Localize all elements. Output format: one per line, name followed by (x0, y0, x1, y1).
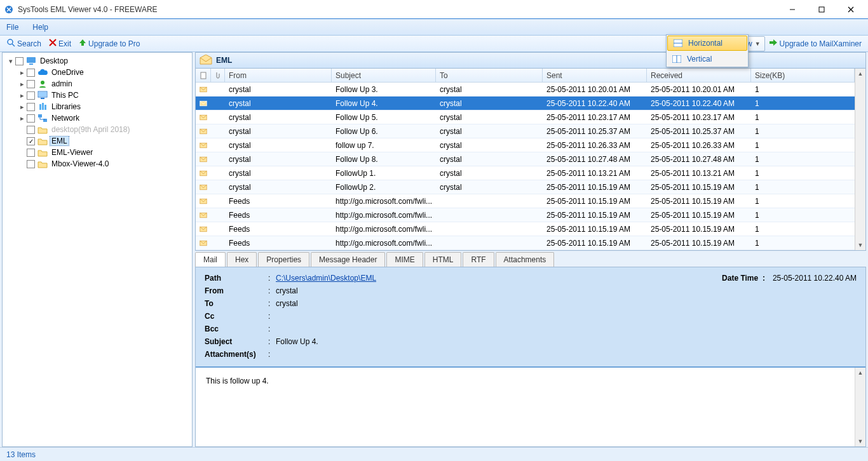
switch-vertical-item[interactable]: Vertical (667, 51, 748, 67)
scroll-down-icon[interactable]: ▼ (855, 436, 865, 446)
search-button[interactable]: Search (3, 36, 45, 51)
checkbox[interactable] (27, 149, 35, 157)
tab-html[interactable]: HTML (424, 252, 462, 267)
tab-attachments[interactable]: Attachments (496, 252, 555, 267)
tab-properties[interactable]: Properties (258, 252, 309, 267)
table-row[interactable]: Feedshttp://go.microsoft.com/fwli...25-0… (196, 194, 855, 208)
checkbox[interactable] (27, 91, 35, 100)
cell-size: 1 (751, 183, 855, 192)
label-bcc: Bcc (205, 324, 268, 333)
checkbox[interactable] (27, 160, 35, 168)
grid-body[interactable]: crystalFollow Up 3.crystal25-05-2011 10.… (196, 83, 855, 250)
table-row[interactable]: crystalFollow Up 8.crystal25-05-2011 10.… (196, 152, 855, 166)
expander-icon[interactable]: ▸ (18, 114, 27, 123)
switch-horizontal-label: Horizontal (687, 39, 724, 48)
col-received[interactable]: Received (647, 69, 751, 82)
checkbox[interactable] (15, 57, 24, 65)
tree-node-mbox[interactable]: Mbox-Viewer-4.0 (3, 158, 192, 170)
titlebar: SysTools EML Viewer v4.0 - FREEWARE (0, 0, 868, 19)
table-row[interactable]: crystalFollow Up 4.crystal25-05-2011 10.… (196, 97, 855, 110)
cell-from: crystal (225, 127, 332, 136)
grid-scrollbar[interactable]: ▲ ▼ (855, 69, 865, 250)
preview-body[interactable]: This is follow up 4. ▲ ▼ (196, 368, 865, 446)
cell-sent: 25-05-2011 10.15.19 AM (543, 211, 647, 220)
col-subject[interactable]: Subject (332, 69, 436, 82)
col-size[interactable]: Size(KB) (751, 69, 855, 82)
cell-to: crystal (436, 85, 543, 94)
exit-button[interactable]: Exit (45, 36, 75, 51)
preview-pane: Path : C:\Users\admin\Desktop\EML Date T… (195, 267, 866, 447)
table-row[interactable]: Feedshttp://go.microsoft.com/fwli...25-0… (196, 208, 855, 222)
expander-icon[interactable]: ▾ (6, 57, 15, 65)
tab-rtf[interactable]: RTF (463, 252, 494, 267)
folder-tree[interactable]: ▾ Desktop ▸ OneDrive ▸ admin ▸ (3, 53, 192, 446)
search-icon (6, 38, 15, 49)
tab-hex[interactable]: Hex (227, 252, 257, 267)
table-row[interactable]: crystalfollow up 7.crystal25-05-2011 10.… (196, 138, 855, 152)
checkbox-checked[interactable]: ✓ (27, 137, 35, 145)
preview-path-link[interactable]: C:\Users\admin\Desktop\EML (276, 274, 376, 283)
upgrade-pro-button[interactable]: Upgrade to Pro (75, 36, 144, 51)
tree-node-onedrive[interactable]: ▸ OneDrive (3, 67, 192, 78)
close-button[interactable] (836, 0, 865, 19)
minimize-button[interactable] (778, 0, 807, 19)
cell-size: 1 (751, 169, 855, 178)
arrow-right-green-icon (769, 39, 778, 48)
scroll-down-icon[interactable]: ▼ (855, 240, 865, 250)
tab-mime[interactable]: MIME (386, 252, 423, 267)
expander-icon[interactable]: ▸ (18, 80, 27, 88)
tree-node-admin[interactable]: ▸ admin (3, 78, 192, 90)
checkbox[interactable] (27, 80, 35, 88)
table-row[interactable]: crystalFollowUp 1.crystal25-05-2011 10.1… (196, 166, 855, 180)
svg-rect-15 (39, 92, 46, 97)
tab-message-header[interactable]: Message Header (311, 252, 385, 267)
cell-received: 25-05-2011 10.20.01 AM (647, 85, 751, 94)
expander-icon[interactable]: ▸ (18, 103, 27, 111)
col-to[interactable]: To (436, 69, 543, 82)
cell-to: crystal (436, 169, 543, 178)
col-from[interactable]: From (225, 69, 332, 82)
tree-node-desktop[interactable]: ▾ Desktop (3, 55, 192, 67)
mail-grid: From Subject To Sent Received Size(KB) c… (195, 69, 866, 251)
maximize-button[interactable] (807, 0, 836, 19)
switch-horizontal-item[interactable]: Horizontal (667, 36, 747, 51)
checkbox[interactable] (27, 114, 35, 123)
tree-node-network[interactable]: ▸ Network (3, 112, 192, 124)
tree-node-desktop-dated[interactable]: desktop(9th April 2018) (3, 124, 192, 135)
tree-node-eml[interactable]: ✓ EML (3, 135, 192, 147)
checkbox[interactable] (27, 69, 35, 77)
envelope-icon (200, 225, 207, 233)
expander-icon[interactable]: ▸ (18, 69, 27, 77)
checkbox[interactable] (27, 126, 35, 134)
tree-node-emlviewer[interactable]: EML-Viewer (3, 147, 192, 158)
envelope-icon (200, 239, 207, 247)
tree-node-libraries[interactable]: ▸ Libraries (3, 101, 192, 112)
col-sent[interactable]: Sent (543, 69, 647, 82)
checkbox[interactable] (27, 103, 35, 111)
col-attach[interactable] (211, 69, 225, 82)
cell-from: Feeds (225, 211, 332, 220)
expander-icon[interactable]: ▸ (18, 91, 27, 100)
table-row[interactable]: Feedshttp://go.microsoft.com/fwli...25-0… (196, 222, 855, 236)
tab-mail[interactable]: Mail (195, 252, 226, 267)
svg-rect-19 (44, 105, 46, 110)
upgrade-mailxaminer-button[interactable]: Upgrade to MailXaminer (765, 36, 865, 51)
table-row[interactable]: crystalFollowUp 2.crystal25-05-2011 10.1… (196, 180, 855, 194)
table-row[interactable]: crystalFollow Up 6.crystal25-05-2011 10.… (196, 124, 855, 138)
table-row[interactable]: crystalFollow Up 3.crystal25-05-2011 10.… (196, 83, 855, 97)
table-row[interactable]: crystalFollow Up 5.crystal25-05-2011 10.… (196, 110, 855, 124)
cell-received: 25-05-2011 10.27.48 AM (647, 155, 751, 164)
menu-help[interactable]: Help (32, 23, 48, 32)
preview-scrollbar[interactable]: ▲ ▼ (855, 368, 865, 446)
cell-to: crystal (436, 99, 543, 108)
scroll-up-icon[interactable]: ▲ (855, 368, 865, 378)
scroll-up-icon[interactable]: ▲ (855, 69, 865, 79)
col-icon[interactable] (196, 69, 211, 82)
cell-from: crystal (225, 85, 332, 94)
cell-from: Feeds (225, 239, 332, 248)
envelope-icon (200, 184, 207, 191)
menu-file[interactable]: File (6, 23, 18, 32)
upgrade-pro-label: Upgrade to Pro (88, 39, 140, 48)
tree-node-thispc[interactable]: ▸ This PC (3, 90, 192, 101)
table-row[interactable]: Feedshttp://go.microsoft.com/fwli...25-0… (196, 236, 855, 250)
